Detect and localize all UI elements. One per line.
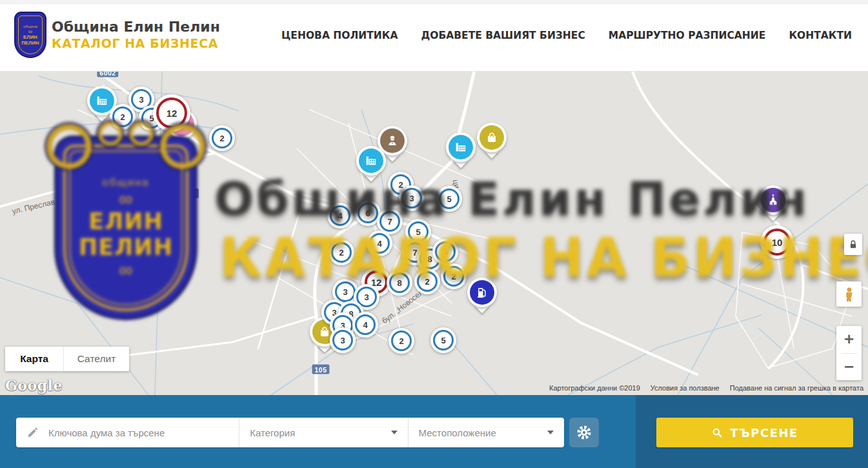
pin-head	[477, 123, 507, 152]
cluster-count: 3	[409, 194, 414, 203]
cluster-count: 3	[343, 287, 347, 297]
nav-item-contacts[interactable]: КОНТАКТИ	[789, 30, 852, 41]
location-select[interactable]: Местоположение	[409, 418, 564, 447]
attribution-terms-link[interactable]: Условия за ползване	[651, 384, 720, 392]
zoom-in-button[interactable]: +	[836, 326, 862, 353]
search-bar: Категория Местоположение ТЪРСЕНЕ	[0, 395, 868, 468]
map-type-map-button[interactable]: Карта	[5, 347, 64, 371]
keyword-input[interactable]	[47, 427, 239, 439]
search-icon	[711, 427, 723, 439]
factory-category-pin[interactable]	[446, 132, 476, 172]
factory-icon	[359, 148, 383, 173]
zoom-control: + −	[836, 326, 862, 380]
map-cluster-marker[interactable]: 4	[367, 230, 392, 256]
site-title: Община Елин Пелин	[52, 19, 220, 36]
attribution-copyright: Картографски данни ©2019	[549, 384, 640, 392]
category-select[interactable]: Категория	[239, 418, 408, 447]
church-icon	[761, 188, 785, 212]
street-view-pegman-button[interactable]	[836, 281, 862, 307]
pin-head	[446, 132, 476, 162]
nav-item-route-schedule[interactable]: МАРШРУТНО РАЗПИСАНИЕ	[609, 30, 766, 41]
pin-head	[758, 185, 788, 215]
site-logo[interactable]: община ∞ ЕЛИН ПЕЛИН Община Елин Пелин КА…	[15, 13, 220, 57]
factory-icon	[449, 135, 473, 159]
map-cluster-marker[interactable]: 2	[441, 263, 467, 289]
pencil-icon	[26, 426, 39, 439]
map-cluster-marker[interactable]: 3	[330, 327, 356, 353]
cluster-count: 5	[447, 194, 451, 204]
road-label-fragment	[190, 188, 199, 198]
cluster-count: 6	[365, 209, 370, 218]
map-cluster-marker[interactable]: 10	[760, 225, 794, 259]
road-label-6002: 6002	[97, 71, 118, 77]
cluster-count: 5	[441, 336, 445, 345]
map-cluster-marker[interactable]: 2	[328, 239, 354, 265]
cluster-count: 4	[443, 247, 447, 257]
search-button-label: ТЪРСЕНЕ	[730, 426, 798, 440]
map-cluster-marker[interactable]: 4	[432, 239, 458, 265]
map-cluster-marker[interactable]: 2	[209, 125, 235, 151]
fuel-category-pin[interactable]	[467, 278, 497, 318]
cluster-count: 2	[451, 272, 456, 281]
map-cluster-marker[interactable]: 12	[153, 94, 190, 132]
gear-icon	[576, 425, 592, 440]
lock-control-button[interactable]	[844, 234, 862, 255]
cluster-count: 12	[167, 108, 177, 119]
cluster-count: 3	[139, 95, 143, 105]
map-cluster-marker[interactable]: 4	[352, 312, 378, 338]
cluster-count: 3	[364, 292, 368, 302]
category-select-label: Категория	[250, 427, 390, 438]
map-attribution: Картографски данни ©2019 Условия за полз…	[549, 384, 863, 392]
nav-item-add-business[interactable]: ДОБАВЕТЕ ВАШИЯТ БИЗНЕС	[421, 30, 585, 41]
zoom-out-button[interactable]: −	[836, 354, 862, 381]
road-label-105: 105	[312, 365, 329, 374]
cluster-count: 7	[387, 217, 392, 227]
keyword-field[interactable]	[16, 418, 239, 447]
church-category-pin[interactable]	[758, 185, 788, 225]
bag-category-pin[interactable]	[477, 123, 507, 163]
cluster-count: 4	[363, 320, 367, 330]
logo-ornament: ∞	[28, 29, 32, 34]
chevron-down-icon	[547, 431, 554, 434]
map-cluster-marker[interactable]: 5	[430, 327, 456, 353]
municipality-shield-logo: община ∞ ЕЛИН ПЕЛИН	[15, 13, 45, 57]
location-select-label: Местоположение	[419, 427, 547, 438]
cluster-count: 2	[339, 248, 343, 258]
cluster-count: 8	[397, 278, 401, 288]
pegman-icon	[841, 286, 858, 303]
map-cluster-marker[interactable]: 3	[399, 185, 425, 211]
advanced-search-button[interactable]	[569, 418, 599, 447]
map-cluster-marker[interactable]: 4	[327, 203, 353, 229]
cluster-count: 10	[772, 237, 783, 248]
map-cluster-marker[interactable]: 8	[387, 270, 412, 296]
map-cluster-marker[interactable]: 5	[436, 186, 462, 212]
google-logo[interactable]: Google	[5, 377, 63, 394]
nav-item-pricing[interactable]: ЦЕНОВА ПОЛИТИКА	[281, 30, 398, 41]
cluster-count: 3	[340, 336, 345, 345]
cluster-count: 8	[427, 254, 432, 264]
cluster-count: 4	[338, 211, 342, 221]
search-panel: Категория Местоположение	[16, 418, 564, 447]
cluster-count: 5	[416, 227, 420, 237]
cluster-count: 2	[120, 112, 125, 122]
map-type-satellite-button[interactable]: Сателит	[64, 347, 129, 371]
search-submit-button[interactable]: ТЪРСЕНЕ	[656, 418, 853, 447]
map-canvas[interactable]: 6002 105 ул. Преслав бул. „Новосел ци	[0, 71, 868, 395]
cluster-count: 2	[399, 336, 403, 346]
bag-icon	[479, 125, 504, 150]
attribution-report-error-link[interactable]: Подаване на сигнал за грешка в картата	[730, 384, 863, 392]
logo-name-line1: ЕЛИН	[23, 34, 37, 40]
factory-icon	[90, 88, 114, 113]
chevron-down-icon	[391, 431, 398, 434]
fuel-icon	[470, 280, 494, 305]
logo-name-line2: ПЕЛИН	[21, 40, 39, 46]
map-type-control: Карта Сателит	[5, 347, 129, 371]
pin-head	[467, 278, 497, 307]
cluster-count: 2	[219, 134, 224, 143]
map-cluster-marker[interactable]: 2	[389, 328, 414, 354]
map-cluster-marker[interactable]: 2	[110, 104, 136, 130]
map-cluster-marker[interactable]: 2	[414, 269, 440, 294]
cluster-count: 4	[377, 239, 381, 249]
site-header: община ∞ ЕЛИН ПЕЛИН Община Елин Пелин КА…	[0, 0, 868, 72]
factory-category-pin[interactable]	[356, 146, 386, 186]
